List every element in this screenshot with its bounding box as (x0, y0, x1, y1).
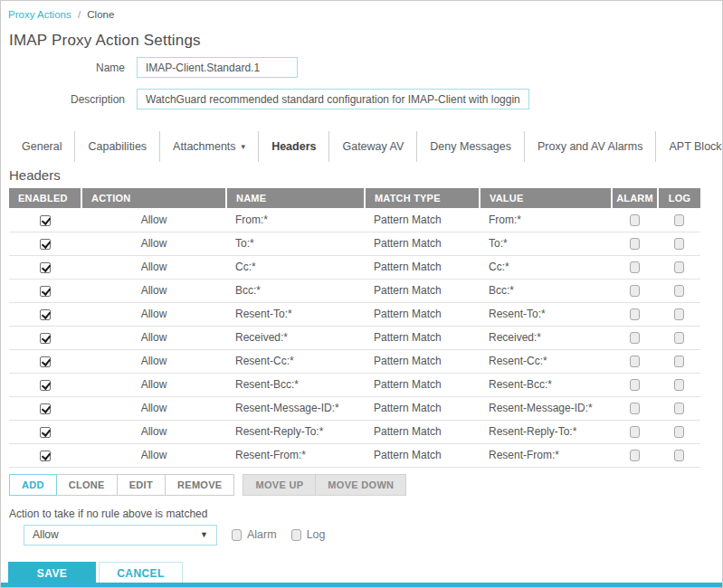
alarm-checkbox[interactable] (630, 238, 640, 250)
enabled-checkbox[interactable] (40, 215, 51, 226)
alarm-checkbox[interactable] (630, 403, 640, 414)
enabled-checkbox[interactable] (40, 380, 51, 391)
match-type-cell: Pattern Match (365, 255, 480, 279)
value-cell: Resent-Message-ID:* (480, 396, 612, 420)
enabled-checkbox[interactable] (40, 427, 51, 438)
tab-label: Capabilities (88, 140, 147, 153)
alarm-checkbox[interactable] (630, 426, 640, 438)
alarm-checkbox[interactable] (630, 332, 640, 344)
breadcrumb-separator: / (78, 9, 81, 20)
fallback-action-select[interactable]: Allow ▼ (24, 525, 217, 545)
fallback-alarm-option[interactable]: Alarm (232, 528, 277, 541)
alarm-checkbox[interactable] (630, 261, 640, 273)
table-row[interactable]: Allow Resent-Reply-To:* Pattern Match Re… (9, 420, 700, 443)
description-input[interactable] (137, 89, 529, 109)
edit-button-group: ADDCLONEEDITREMOVE (9, 474, 234, 496)
breadcrumb-link-proxy-actions[interactable]: Proxy Actions (8, 9, 71, 20)
log-checkbox-label: Log (307, 528, 326, 541)
enabled-checkbox[interactable] (40, 403, 51, 414)
add-button[interactable]: ADD (9, 474, 57, 496)
remove-button[interactable]: REMOVE (165, 474, 234, 496)
action-cell: Allow (81, 326, 226, 349)
tab-general[interactable]: General (9, 131, 75, 162)
table-row[interactable]: Allow Resent-From:* Pattern Match Resent… (9, 443, 700, 467)
enabled-checkbox[interactable] (40, 356, 51, 367)
value-cell: From:* (480, 208, 612, 232)
alarm-checkbox[interactable] (630, 308, 640, 320)
tab-bar: General Capabilities Attachments ▾ Heade… (9, 131, 715, 162)
log-checkbox[interactable] (674, 261, 684, 273)
action-cell: Allow (81, 396, 226, 420)
log-checkbox[interactable] (674, 403, 684, 414)
log-checkbox[interactable] (674, 379, 684, 391)
fallback-log-option[interactable]: Log (291, 528, 326, 541)
table-row[interactable]: Allow Cc:* Pattern Match Cc:* (9, 255, 700, 279)
name-cell: Cc:* (226, 255, 365, 279)
name-cell: Resent-From:* (226, 443, 365, 467)
column-header-name: NAME (226, 188, 365, 208)
column-header-match-type: MATCH TYPE (365, 188, 480, 208)
save-button[interactable]: SAVE (8, 562, 96, 585)
alarm-checkbox[interactable] (232, 529, 242, 541)
fallback-action-label: Action to take if no rule above is match… (9, 507, 715, 520)
table-header-row: ENABLED ACTION NAME MATCH TYPE VALUE ALA… (9, 188, 700, 208)
name-cell: From:* (226, 208, 365, 232)
action-cell: Allow (81, 279, 226, 302)
log-checkbox[interactable] (291, 529, 301, 541)
table-row[interactable]: Allow Bcc:* Pattern Match Bcc:* (9, 279, 700, 302)
tab-gateway-av[interactable]: Gateway AV (329, 131, 417, 162)
name-cell: Resent-Message-ID:* (226, 396, 365, 420)
enabled-checkbox[interactable] (40, 450, 51, 461)
tab-apt-blocker[interactable]: APT Blocker (656, 131, 723, 162)
table-row[interactable]: Allow Resent-Message-ID:* Pattern Match … (9, 396, 700, 420)
table-row[interactable]: Allow From:* Pattern Match From:* (9, 208, 700, 232)
match-type-cell: Pattern Match (365, 326, 480, 349)
log-checkbox[interactable] (674, 426, 684, 438)
alarm-checkbox[interactable] (630, 214, 640, 226)
enabled-checkbox[interactable] (40, 286, 51, 297)
tab-label: APT Blocker (669, 140, 723, 153)
tab-headers[interactable]: Headers (259, 131, 329, 162)
name-cell: Resent-Bcc:* (226, 373, 365, 396)
tab-proxy-and-av-alarms[interactable]: Proxy and AV Alarms (525, 131, 657, 162)
move-down-button[interactable]: MOVE DOWN (315, 474, 406, 496)
edit-button[interactable]: EDIT (117, 474, 166, 496)
move-up-button[interactable]: MOVE UP (243, 474, 316, 496)
alarm-checkbox[interactable] (630, 356, 640, 367)
tab-deny-messages[interactable]: Deny Messages (417, 131, 525, 162)
cancel-button[interactable]: CANCEL (99, 562, 183, 585)
match-type-cell: Pattern Match (365, 232, 480, 255)
table-row[interactable]: Allow Received:* Pattern Match Received:… (9, 326, 700, 349)
table-row[interactable]: Allow Resent-Cc:* Pattern Match Resent-C… (9, 349, 700, 373)
alarm-checkbox[interactable] (630, 379, 640, 391)
log-checkbox[interactable] (674, 214, 684, 226)
alarm-checkbox-label: Alarm (247, 528, 277, 541)
enabled-checkbox[interactable] (40, 309, 51, 320)
table-row[interactable]: Allow Resent-Bcc:* Pattern Match Resent-… (9, 373, 700, 396)
value-cell: To:* (480, 232, 612, 255)
log-checkbox[interactable] (674, 308, 684, 320)
alarm-checkbox[interactable] (630, 285, 640, 297)
enabled-checkbox[interactable] (40, 333, 51, 344)
value-cell: Resent-Cc:* (480, 349, 612, 373)
log-checkbox[interactable] (674, 285, 684, 297)
log-checkbox[interactable] (674, 450, 684, 461)
breadcrumb: Proxy Actions / Clone (8, 9, 715, 20)
enabled-checkbox[interactable] (40, 239, 51, 250)
tab-capabilities[interactable]: Capabilities (75, 131, 160, 162)
clone-button[interactable]: CLONE (56, 474, 118, 496)
table-row[interactable]: Allow To:* Pattern Match To:* (9, 232, 700, 255)
column-header-alarm: ALARM (612, 188, 658, 208)
table-row[interactable]: Allow Resent-To:* Pattern Match Resent-T… (9, 302, 700, 326)
log-checkbox[interactable] (674, 238, 684, 250)
match-type-cell: Pattern Match (365, 443, 480, 467)
tab-label: General (22, 140, 62, 153)
alarm-checkbox[interactable] (630, 450, 640, 461)
name-input[interactable] (137, 57, 298, 78)
log-checkbox[interactable] (674, 332, 684, 344)
action-cell: Allow (81, 232, 226, 255)
tab-attachments[interactable]: Attachments ▾ (160, 131, 259, 162)
action-cell: Allow (81, 255, 226, 279)
enabled-checkbox[interactable] (40, 262, 51, 273)
log-checkbox[interactable] (674, 356, 684, 367)
